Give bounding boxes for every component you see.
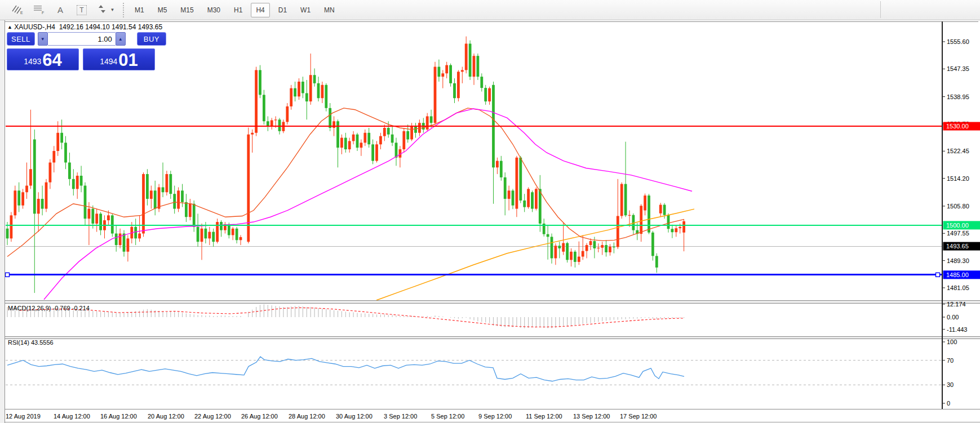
- chart-symbol-label: XAUUSD-,H4: [14, 23, 55, 31]
- svg-text:0: 0: [947, 400, 950, 407]
- sell-price-box[interactable]: 1493 64: [7, 48, 79, 70]
- mt4-window: E F A T: [0, 0, 980, 423]
- date-axis: 12 Aug 201914 Aug 12:0016 Aug 12:0020 Au…: [6, 413, 657, 420]
- svg-text:100: 100: [947, 339, 957, 345]
- blue-line-price-label: 1485.00: [943, 270, 980, 279]
- rsi-label: RSI(14) 43.5556: [8, 339, 54, 346]
- svg-text:-11.443: -11.443: [947, 326, 968, 333]
- svg-text:1555.60: 1555.60: [947, 38, 969, 45]
- hline-handle-left[interactable]: [6, 273, 10, 277]
- svg-text:1547.35: 1547.35: [947, 65, 969, 72]
- moving-averages: [7, 108, 694, 300]
- svg-text:70: 70: [947, 357, 954, 364]
- svg-text:12.174: 12.174: [947, 301, 966, 308]
- pane-frames: [0, 21, 980, 422]
- svg-text:30: 30: [947, 381, 954, 388]
- collapse-icon[interactable]: ▲: [7, 24, 12, 30]
- svg-text:1481.05: 1481.05: [947, 284, 969, 291]
- sell-button[interactable]: SELL: [7, 32, 35, 46]
- macd-pane: 12.1740.00-11.443MACD(12,26,9) -0.769 -0…: [7, 301, 968, 333]
- buy-price-box[interactable]: 1494 01: [83, 48, 155, 70]
- rsi-pane: 10070300RSI(14) 43.5556: [6, 339, 957, 407]
- svg-text:1493.65: 1493.65: [946, 243, 969, 250]
- sell-price-small: 1493: [24, 54, 41, 69]
- svg-text:9 Sep 12:00: 9 Sep 12:00: [478, 413, 512, 420]
- svg-text:11 Sep 12:00: 11 Sep 12:00: [526, 413, 562, 420]
- bid-price-label: 1493.65: [943, 242, 980, 251]
- svg-text:13 Sep 12:00: 13 Sep 12:00: [573, 413, 610, 420]
- window-left-border: [0, 20, 5, 423]
- chart-ohlc-values: 1492.16 1494.10 1491.54 1493.65: [59, 23, 163, 31]
- price-axis: 1555.601547.351538.951530.701522.451514.…: [942, 38, 969, 291]
- hline-handle-right[interactable]: [936, 273, 940, 277]
- macd-label: MACD(12,26,9) -0.769 -0.214: [8, 305, 90, 311]
- buy-price-big: 01: [118, 51, 138, 69]
- svg-text:1505.80: 1505.80: [947, 203, 969, 210]
- volume-stepper: ▼ ▲: [38, 32, 126, 46]
- svg-text:14 Aug 12:00: 14 Aug 12:00: [54, 413, 90, 420]
- svg-text:1489.30: 1489.30: [947, 257, 969, 264]
- svg-text:1522.45: 1522.45: [947, 148, 969, 154]
- red-line-price-label: 1530.00: [943, 122, 980, 131]
- svg-text:22 Aug 12:00: 22 Aug 12:00: [194, 413, 231, 420]
- volume-input[interactable]: [48, 32, 116, 46]
- volume-decrease-button[interactable]: ▼: [38, 32, 48, 46]
- svg-text:16 Aug 12:00: 16 Aug 12:00: [100, 413, 137, 420]
- one-click-top-row: SELL ▼ ▲ BUY: [7, 32, 166, 46]
- buy-button[interactable]: BUY: [137, 32, 166, 46]
- svg-text:1530.00: 1530.00: [946, 123, 969, 130]
- svg-text:28 Aug 12:00: 28 Aug 12:00: [289, 413, 325, 420]
- svg-text:1497.55: 1497.55: [947, 230, 969, 237]
- svg-text:26 Aug 12:00: 26 Aug 12:00: [241, 413, 278, 420]
- one-click-trading-panel: SELL ▼ ▲ BUY 1493 64 1494 01: [7, 32, 166, 70]
- svg-text:1514.20: 1514.20: [947, 175, 969, 182]
- svg-text:5 Sep 12:00: 5 Sep 12:00: [431, 413, 464, 420]
- buy-price-small: 1494: [100, 54, 117, 69]
- horizontal-line-objects: [6, 126, 943, 277]
- svg-text:30 Aug 12:00: 30 Aug 12:00: [336, 413, 373, 420]
- sell-price-big: 64: [42, 51, 61, 69]
- green-line-price-label: 1500.00: [943, 221, 980, 229]
- volume-increase-button[interactable]: ▲: [116, 32, 126, 46]
- svg-text:1500.00: 1500.00: [946, 222, 969, 229]
- svg-text:20 Aug 12:00: 20 Aug 12:00: [148, 413, 184, 420]
- svg-text:17 Sep 12:00: 17 Sep 12:00: [620, 413, 657, 420]
- svg-text:1538.95: 1538.95: [947, 93, 969, 100]
- svg-text:12 Aug 2019: 12 Aug 2019: [6, 413, 41, 420]
- one-click-price-row: 1493 64 1494 01: [7, 48, 166, 70]
- chart-title: ▲ XAUUSD-,H4 1492.16 1494.10 1491.54 149…: [7, 23, 162, 31]
- candlestick-series: [6, 37, 685, 293]
- svg-text:1485.00: 1485.00: [946, 271, 969, 278]
- svg-text:3 Sep 12:00: 3 Sep 12:00: [384, 413, 417, 420]
- svg-text:0.00: 0.00: [947, 314, 959, 320]
